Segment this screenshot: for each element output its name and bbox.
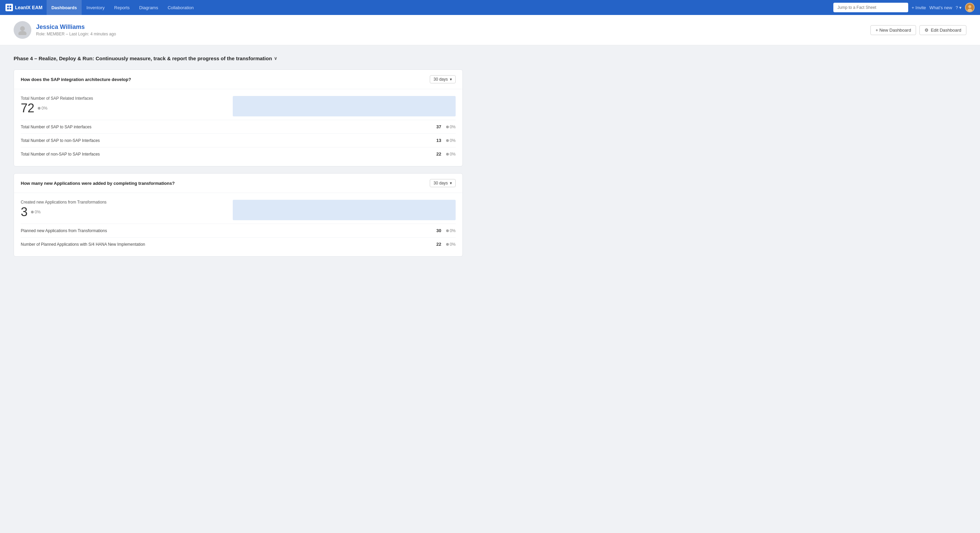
brand-name: LeanIX EAM: [15, 5, 43, 10]
widget-1-header: How does the SAP integration architectur…: [14, 70, 463, 89]
nav-dashboards[interactable]: Dashboards: [47, 0, 82, 15]
widget-1-primary-value-container: 72 0%: [21, 102, 229, 115]
navbar-right: + Invite What's new ? ▾: [833, 3, 975, 12]
widget-1-rows: Total Number of SAP to SAP interfaces 37…: [14, 120, 463, 166]
widget-1-days-chevron: ▾: [450, 77, 452, 82]
invite-button[interactable]: + Invite: [912, 5, 926, 10]
widget-2-header: How many new Applications were added by …: [14, 173, 463, 193]
widget-2-row-1-dot: [446, 243, 449, 246]
widget-1-bar-chart: [233, 96, 456, 116]
widget-2-row-1-label: Number of Planned Applications with S/4 …: [21, 242, 145, 247]
table-row: Total Number of SAP to non-SAP Interface…: [21, 134, 456, 147]
svg-rect-1: [10, 5, 11, 7]
user-avatar: [14, 21, 31, 39]
widget-1-primary-metric: Total Number of SAP Related Interfaces 7…: [14, 89, 463, 120]
widget-sap-integration: How does the SAP integration architectur…: [14, 70, 463, 166]
user-details: Jessica Williams Role: MEMBER – Last Log…: [36, 24, 116, 37]
widget-2-row-0-pct-text: 0%: [450, 228, 456, 233]
widget-1-row-1-pct: 0%: [446, 138, 456, 143]
widget-2-row-0-value: 30: [436, 228, 441, 233]
widget-2-row-1-right: 22 0%: [436, 242, 456, 247]
widget-1-primary-pct: 0%: [38, 106, 47, 110]
brand-logo[interactable]: LeanIX EAM: [5, 4, 43, 11]
widget-2-primary-label: Created new Applications from Transforma…: [21, 200, 229, 205]
widget-1-row-0-pct-text: 0%: [450, 124, 456, 129]
search-input[interactable]: [833, 3, 908, 12]
widget-1-row-0-dot: [446, 126, 449, 128]
widget-1-row-1-right: 13 0%: [436, 138, 456, 143]
user-separator: –: [66, 32, 69, 37]
widget-2-days-chevron: ▾: [450, 181, 452, 186]
table-row: Planned new Applications from Transforma…: [21, 224, 456, 237]
widget-1-row-0-right: 37 0%: [436, 124, 456, 129]
widget-2-primary-metric: Created new Applications from Transforma…: [14, 193, 463, 224]
widget-1-primary-left: Total Number of SAP Related Interfaces 7…: [21, 96, 229, 116]
svg-rect-0: [7, 5, 9, 7]
edit-icon: ⚙: [924, 27, 929, 33]
user-info: Jessica Williams Role: MEMBER – Last Log…: [14, 21, 116, 39]
user-name: Jessica Williams: [36, 24, 116, 31]
widget-2-chart-area: [229, 200, 456, 220]
brand-icon: [5, 4, 13, 11]
widget-1-pct-dot: [38, 107, 40, 110]
nav-collaboration[interactable]: Collaboration: [163, 0, 199, 15]
widget-2-days-selector[interactable]: 30 days ▾: [430, 179, 456, 187]
widget-2-days-label: 30 days: [434, 181, 448, 186]
widget-1-chart-area: [229, 96, 456, 116]
whats-new-button[interactable]: What's new: [929, 5, 952, 10]
nav-diagrams[interactable]: Diagrams: [134, 0, 163, 15]
table-row: Number of Planned Applications with S/4 …: [21, 237, 456, 251]
widget-1-row-2-dot: [446, 153, 449, 156]
help-button[interactable]: ? ▾: [956, 5, 962, 10]
svg-point-6: [967, 8, 972, 12]
widget-2-primary-left: Created new Applications from Transforma…: [21, 200, 229, 220]
svg-rect-2: [7, 8, 9, 10]
widget-2-row-1-pct: 0%: [446, 242, 456, 247]
widget-1-primary-label: Total Number of SAP Related Interfaces: [21, 96, 229, 101]
user-role: Role: MEMBER: [36, 32, 65, 37]
widget-1-row-2-label: Total Number of non-SAP to SAP Interface…: [21, 152, 100, 157]
widget-2-primary-pct: 0%: [31, 210, 40, 214]
widget-1-pct-text: 0%: [41, 106, 47, 110]
widget-1-row-2-pct: 0%: [446, 152, 456, 157]
widget-2-row-0-label: Planned new Applications from Transforma…: [21, 228, 107, 233]
nav-inventory[interactable]: Inventory: [82, 0, 109, 15]
widget-2-primary-value: 3: [21, 206, 27, 218]
svg-point-5: [969, 5, 972, 8]
widget-2-body: Created new Applications from Transforma…: [14, 193, 463, 256]
user-last-login: Last Login: 4 minutes ago: [69, 32, 116, 37]
widget-2-title: How many new Applications were added by …: [21, 181, 175, 186]
svg-point-7: [20, 26, 25, 31]
phase-title[interactable]: Phase 4 – Realize, Deploy & Run: Continu…: [14, 56, 463, 61]
navbar: LeanIX EAM Dashboards Inventory Reports …: [0, 0, 980, 15]
widget-new-applications: How many new Applications were added by …: [14, 173, 463, 257]
widget-1-body: Total Number of SAP Related Interfaces 7…: [14, 89, 463, 166]
widget-1-row-0-label: Total Number of SAP to SAP interfaces: [21, 124, 92, 129]
edit-dashboard-button[interactable]: ⚙ Edit Dashboard: [920, 25, 966, 35]
user-header: Jessica Williams Role: MEMBER – Last Log…: [0, 15, 980, 45]
nav-reports[interactable]: Reports: [110, 0, 135, 15]
phase-title-text: Phase 4 – Realize, Deploy & Run: Continu…: [14, 56, 272, 61]
user-meta: Role: MEMBER – Last Login: 4 minutes ago: [36, 32, 116, 37]
widget-1-row-1-dot: [446, 139, 449, 142]
user-avatar-nav[interactable]: [965, 3, 975, 12]
widget-2-bar-chart: [233, 200, 456, 220]
widget-2-pct-dot: [31, 211, 34, 213]
widget-1-row-1-pct-text: 0%: [450, 138, 456, 143]
phase-chevron-icon: ∨: [274, 56, 277, 61]
widget-2-rows: Planned new Applications from Transforma…: [14, 224, 463, 256]
widget-1-days-selector[interactable]: 30 days ▾: [430, 75, 456, 83]
widget-1-days-label: 30 days: [434, 77, 448, 82]
widget-1-row-2-pct-text: 0%: [450, 152, 456, 157]
main-content: Phase 4 – Realize, Deploy & Run: Continu…: [0, 45, 476, 274]
edit-dashboard-label: Edit Dashboard: [931, 27, 961, 33]
svg-point-8: [18, 31, 27, 35]
nav-items: Dashboards Inventory Reports Diagrams Co…: [47, 0, 833, 15]
widget-2-row-1-value: 22: [436, 242, 441, 247]
table-row: Total Number of SAP to SAP interfaces 37…: [21, 120, 456, 134]
help-icon: ? ▾: [956, 5, 962, 10]
widget-1-row-1-label: Total Number of SAP to non-SAP Interface…: [21, 138, 100, 143]
widget-2-primary-value-container: 3 0%: [21, 206, 229, 218]
new-dashboard-button[interactable]: + New Dashboard: [870, 25, 916, 35]
widget-1-row-2-value: 22: [436, 151, 441, 157]
